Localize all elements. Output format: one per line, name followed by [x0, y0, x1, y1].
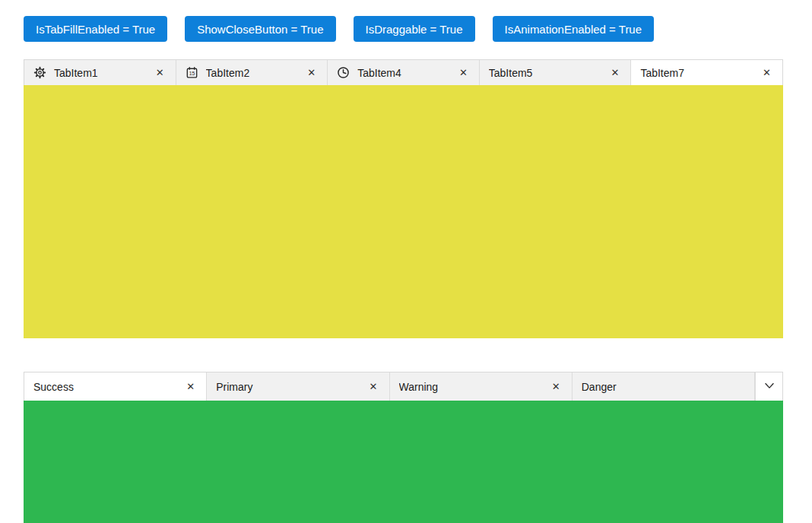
tabview-top-strip: TabItem1 ✕ 15 TabItem2 ✕ TabItem4 [24, 59, 783, 85]
calendar-icon: 15 [186, 66, 198, 79]
tab-tabitem4[interactable]: TabItem4 ✕ [328, 60, 480, 85]
close-icon[interactable]: ✕ [184, 380, 197, 393]
tab-tabitem5[interactable]: TabItem5 ✕ [480, 60, 632, 85]
tab-label: Primary [216, 381, 366, 393]
istabfillenabled-button[interactable]: IsTabFillEnabled = True [24, 16, 167, 42]
tabview-bottom-content [24, 401, 783, 523]
tab-list-dropdown-button[interactable] [755, 372, 782, 401]
tab-label: Warning [399, 381, 550, 393]
clock-icon [337, 66, 350, 79]
chevron-down-icon [763, 379, 776, 395]
tab-label: TabItem1 [54, 67, 154, 79]
isdraggable-button[interactable]: IsDraggable = True [354, 16, 475, 42]
isanimationenabled-button[interactable]: IsAnimationEnabled = True [493, 16, 655, 42]
close-icon[interactable]: ✕ [305, 66, 318, 79]
tab-label: TabItem7 [640, 67, 760, 79]
tabview-bottom-strip: Success ✕ Primary ✕ Warning ✕ Danger [24, 372, 783, 401]
tab-tabitem1[interactable]: TabItem1 ✕ [24, 60, 176, 85]
tab-tabitem2[interactable]: 15 TabItem2 ✕ [176, 60, 328, 85]
tab-primary[interactable]: Primary ✕ [207, 372, 389, 401]
tabview-bottom: Success ✕ Primary ✕ Warning ✕ Danger [24, 372, 783, 523]
close-icon[interactable]: ✕ [457, 66, 470, 79]
tab-label: TabItem4 [357, 67, 457, 79]
calendar-day-text: 15 [189, 71, 195, 76]
close-icon[interactable]: ✕ [608, 66, 621, 79]
close-icon[interactable]: ✕ [154, 66, 167, 79]
tab-warning[interactable]: Warning ✕ [390, 372, 573, 401]
tabview-top: TabItem1 ✕ 15 TabItem2 ✕ TabItem4 [24, 59, 783, 338]
tab-label: TabItem2 [206, 67, 306, 79]
close-icon[interactable]: ✕ [760, 66, 773, 79]
tab-danger[interactable]: Danger [573, 372, 755, 401]
tabview-top-content [24, 85, 783, 338]
gear-icon [33, 66, 46, 79]
close-icon[interactable]: ✕ [550, 380, 563, 393]
tab-label: TabItem5 [489, 67, 609, 79]
controls-row: IsTabFillEnabled = True ShowCloseButton … [24, 16, 654, 42]
close-icon[interactable]: ✕ [367, 380, 380, 393]
tab-tabitem7[interactable]: TabItem7 ✕ [631, 60, 782, 85]
tab-label: Success [33, 381, 184, 393]
tab-success[interactable]: Success ✕ [24, 372, 207, 401]
tab-label: Danger [582, 381, 745, 393]
showclosebutton-button[interactable]: ShowCloseButton = True [185, 16, 335, 42]
